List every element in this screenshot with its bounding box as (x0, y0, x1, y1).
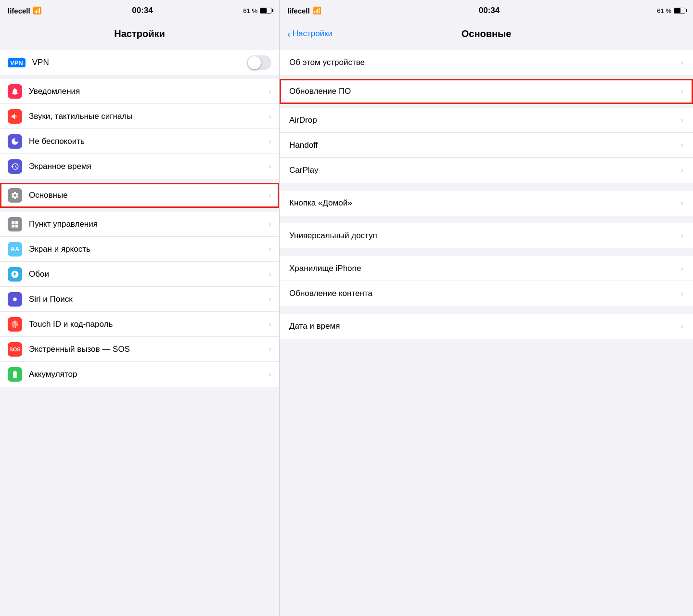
dnd-chevron: › (269, 137, 271, 146)
screentime-chevron: › (269, 162, 271, 171)
svg-rect-0 (12, 221, 14, 224)
left-row-general[interactable]: Основные › (0, 183, 279, 208)
notifications-label: Уведомления (29, 87, 269, 96)
left-row-siri[interactable]: Siri и Поиск › (0, 287, 279, 312)
wallpaper-chevron: › (269, 270, 271, 279)
right-status-bar: lifecell 📶 00:34 61 % (280, 0, 693, 21)
left-battery-percent: 61 % (243, 7, 257, 14)
right-section-storage: Хранилище iPhone › Обновление контента › (280, 256, 693, 306)
left-row-wallpaper[interactable]: Обои › (0, 262, 279, 287)
bgrefresh-label: Обновление контента (289, 289, 680, 298)
left-row-screentime[interactable]: Экранное время › (0, 154, 279, 179)
left-row-sounds[interactable]: Звуки, тактильные сигналы › (0, 104, 279, 129)
handoff-chevron: › (680, 141, 683, 150)
right-nav-title: Основные (462, 28, 512, 39)
right-row-bgrefresh[interactable]: Обновление контента › (280, 281, 693, 306)
right-nav-back[interactable]: ‹ Настройки (287, 28, 333, 39)
right-section-accessibility: Универсальный доступ › (280, 223, 693, 248)
right-status-left: lifecell 📶 (287, 6, 321, 15)
left-row-battery[interactable]: Аккумулятор › (0, 362, 279, 387)
right-row-airdrop[interactable]: AirDrop › (280, 108, 693, 133)
about-label: Об этом устройстве (289, 58, 680, 67)
storage-label: Хранилище iPhone (289, 264, 680, 273)
right-battery-icon (674, 8, 685, 13)
left-row-controlcenter[interactable]: Пункт управления › (0, 212, 279, 237)
screentime-icon (8, 159, 22, 174)
left-section-gap-3 (0, 208, 279, 212)
bgrefresh-chevron: › (680, 289, 683, 298)
right-status-right: 61 % (657, 7, 685, 14)
right-row-accessibility[interactable]: Универсальный доступ › (280, 223, 693, 248)
right-gap-3 (280, 219, 693, 223)
left-row-dnd[interactable]: Не беспокоить › (0, 129, 279, 154)
left-status-left: lifecell 📶 (8, 6, 42, 15)
svg-rect-2 (12, 224, 14, 227)
left-vpn-row[interactable]: VPN VPN (0, 50, 279, 75)
right-section-datetime: Дата и время › (280, 314, 693, 339)
left-time: 00:34 (132, 6, 153, 15)
carplay-chevron: › (680, 166, 683, 175)
right-gap-4 (280, 252, 693, 256)
datetime-chevron: › (680, 321, 683, 331)
svg-rect-3 (15, 224, 18, 227)
display-icon: AA (8, 242, 22, 257)
right-row-software-update[interactable]: Обновление ПО › (280, 79, 693, 104)
sounds-label: Звуки, тактильные сигналы (29, 112, 269, 121)
controlcenter-chevron: › (269, 219, 271, 229)
sos-label: Экстренный вызов — SOS (29, 345, 269, 354)
left-row-display[interactable]: AA Экран и яркость › (0, 237, 279, 262)
software-update-label: Обновление ПО (289, 87, 680, 96)
left-section-gap-1 (0, 75, 279, 79)
right-wifi-icon: 📶 (312, 6, 321, 15)
left-wifi-icon: 📶 (33, 6, 42, 15)
right-panel: lifecell 📶 00:34 61 % ‹ Настройки Основн… (279, 0, 693, 616)
dnd-label: Не беспокоить (29, 137, 269, 146)
right-row-handoff[interactable]: Handoff › (280, 133, 693, 158)
sounds-chevron: › (269, 112, 271, 121)
carplay-label: CarPlay (289, 166, 680, 175)
left-row-notifications[interactable]: Уведомления › (0, 79, 279, 104)
right-gap-5 (280, 310, 693, 314)
wallpaper-icon (8, 267, 22, 282)
siri-chevron: › (269, 295, 271, 304)
sounds-icon (8, 109, 22, 124)
right-row-homebutton[interactable]: Кнопка «Домой» › (280, 191, 693, 216)
right-row-datetime[interactable]: Дата и время › (280, 314, 693, 339)
notifications-icon (8, 84, 22, 99)
left-status-bar: lifecell 📶 00:34 61 % (0, 0, 279, 21)
battery-label: Аккумулятор (29, 370, 269, 379)
right-gap-2 (280, 187, 693, 191)
touchid-chevron: › (269, 320, 271, 329)
left-panel: lifecell 📶 00:34 61 % Настройки VPN VPN (0, 0, 279, 616)
software-update-chevron: › (680, 87, 683, 96)
right-row-storage[interactable]: Хранилище iPhone › (280, 256, 693, 281)
right-row-about[interactable]: Об этом устройстве › (280, 50, 693, 75)
screentime-label: Экранное время (29, 162, 269, 171)
controlcenter-icon (8, 217, 22, 231)
left-nav-header: Настройки (0, 21, 279, 46)
general-icon (8, 188, 22, 203)
left-section-gap-2 (0, 179, 279, 183)
right-row-carplay[interactable]: CarPlay › (280, 158, 693, 183)
svg-rect-1 (15, 221, 18, 224)
back-label[interactable]: Настройки (293, 29, 333, 38)
right-battery-percent: 61 % (657, 7, 671, 14)
accessibility-chevron: › (680, 231, 683, 241)
display-chevron: › (269, 244, 271, 254)
vpn-toggle[interactable] (247, 55, 271, 70)
left-row-sos[interactable]: SOS Экстренный вызов — SOS › (0, 337, 279, 362)
left-status-right: 61 % (243, 7, 271, 14)
vpn-label: VPN (32, 58, 247, 67)
dnd-icon (8, 134, 22, 149)
siri-label: Siri и Поиск (29, 295, 269, 304)
right-nav-header: ‹ Настройки Основные (280, 21, 693, 46)
handoff-label: Handoff (289, 141, 680, 150)
accessibility-label: Универсальный доступ (289, 231, 680, 241)
battery-icon-row (8, 367, 22, 382)
left-section-more: Пункт управления › AA Экран и яркость › … (0, 212, 279, 387)
general-label: Основные (29, 191, 269, 200)
left-battery-icon (260, 8, 271, 13)
left-row-touchid[interactable]: Touch ID и код-пароль › (0, 312, 279, 337)
vpn-badge: VPN (8, 58, 26, 67)
siri-icon (8, 292, 22, 307)
